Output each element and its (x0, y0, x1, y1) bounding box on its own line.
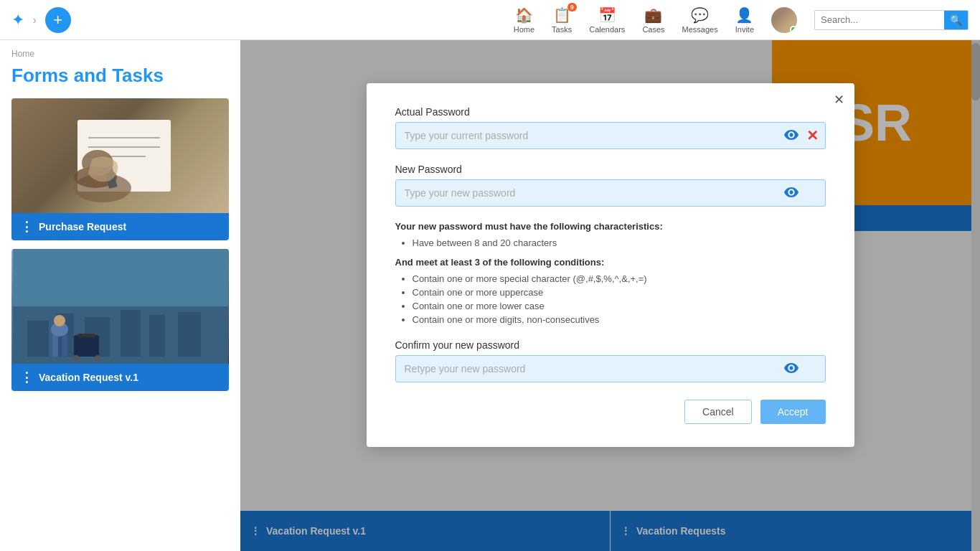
svg-rect-14 (149, 315, 165, 357)
actual-password-group: Actual Password ✕ (395, 106, 826, 149)
calendars-icon: 📅 (598, 6, 616, 24)
modal-overlay: ✕ Actual Password ✕ (240, 40, 980, 551)
page-title: Forms and Tasks (11, 65, 229, 87)
card-image-writing (11, 98, 229, 213)
password-rules: Your new password must have the followin… (395, 221, 826, 325)
nav-left: ✦ › + (11, 7, 71, 33)
actual-password-input-wrap: ✕ (395, 122, 826, 149)
rules-list: Have between 8 and 20 characters (413, 237, 826, 248)
modal-close-button[interactable]: ✕ (834, 92, 844, 108)
card-footer-vacation-v1: ⋮ Vacation Request v.1 (11, 364, 229, 391)
tasks-icon: 📋 9 (553, 6, 571, 24)
nav-right: 🏠 Home 📋 9 Tasks 📅 Calendars 💼 Cases 💬 M… (514, 6, 969, 34)
conditions-list: Contain one or more special character (@… (413, 273, 826, 325)
tasks-badge: 9 (567, 3, 577, 11)
nav-item-calendars[interactable]: 📅 Calendars (589, 6, 625, 34)
svg-rect-17 (77, 334, 95, 337)
top-navigation: ✦ › + 🏠 Home 📋 9 Tasks 📅 Calendars 💼 Cas… (0, 0, 980, 40)
card-footer-purchase: ⋮ Purchase Request (11, 213, 229, 240)
add-button[interactable]: + (45, 7, 71, 33)
search-input[interactable] (815, 11, 944, 28)
conditions-title: And meet at least 3 of the following con… (395, 257, 826, 268)
nav-item-messages[interactable]: 💬 Messages (682, 6, 718, 34)
condition-uppercase: Contain one or more uppercase (413, 287, 826, 298)
invite-icon: 👤 (735, 6, 753, 24)
left-panel: Home Forms and Tasks ⋮ Purchase (0, 40, 240, 551)
condition-lowercase: Contain one or more lower case (413, 301, 826, 311)
svg-rect-10 (27, 321, 49, 357)
rules-title: Your new password must have the followin… (395, 221, 826, 232)
search-button[interactable]: 🔍 (944, 11, 968, 29)
card-vacation-v1[interactable]: ⋮ Vacation Request v.1 (11, 249, 229, 391)
cases-icon: 💼 (644, 6, 662, 24)
new-password-input[interactable] (395, 179, 826, 207)
actual-password-input[interactable] (395, 122, 826, 149)
nav-tasks-label: Tasks (552, 25, 572, 34)
breadcrumb: Home (11, 49, 229, 59)
new-password-input-wrap (395, 179, 826, 207)
home-icon: 🏠 (515, 6, 533, 24)
online-status-dot (790, 26, 797, 33)
nav-item-tasks[interactable]: 📋 9 Tasks (552, 6, 572, 34)
user-avatar[interactable] (771, 7, 797, 33)
new-password-label: New Password (395, 164, 826, 175)
new-password-eye-icon[interactable] (784, 186, 798, 201)
search-box: 🔍 (814, 10, 969, 30)
rule-item-length: Have between 8 and 20 characters (413, 237, 826, 248)
nav-messages-label: Messages (682, 25, 718, 34)
messages-icon: 💬 (691, 6, 709, 24)
nav-home-label: Home (514, 25, 534, 34)
nav-item-cases[interactable]: 💼 Cases (642, 6, 664, 34)
card-menu-dots-v1[interactable]: ⋮ (20, 371, 33, 384)
svg-point-18 (73, 355, 79, 361)
accept-button[interactable]: Accept (760, 400, 826, 424)
modal-actions: Cancel Accept (395, 400, 826, 424)
new-password-group: New Password (395, 164, 826, 207)
confirm-password-input[interactable] (395, 355, 826, 382)
confirm-password-input-wrap (395, 355, 826, 382)
card-purchase-request[interactable]: ⋮ Purchase Request (11, 98, 229, 240)
svg-rect-15 (178, 312, 201, 357)
condition-digits: Contain one or more digits, non-consecut… (413, 314, 826, 325)
actual-password-label: Actual Password (395, 106, 826, 118)
card-image-travel (11, 249, 229, 364)
tree-icon: ✦ (11, 11, 24, 29)
nav-invite-label: Invite (735, 25, 754, 34)
confirm-password-group: Confirm your new password (395, 339, 826, 382)
nav-item-invite[interactable]: 👤 Invite (735, 6, 754, 34)
confirm-password-eye-icon[interactable] (784, 362, 798, 377)
nav-arrow: › (33, 14, 37, 26)
actual-password-clear-icon[interactable]: ✕ (806, 127, 819, 144)
nav-cases-label: Cases (642, 25, 664, 34)
main-content: Home Forms and Tasks ⋮ Purchase (0, 40, 980, 551)
card-menu-dots[interactable]: ⋮ (20, 220, 33, 233)
nav-calendars-label: Calendars (589, 25, 625, 34)
svg-point-19 (95, 355, 100, 361)
card-label-purchase: Purchase Request (39, 221, 126, 232)
nav-item-home[interactable]: 🏠 Home (514, 6, 534, 34)
svg-rect-13 (121, 310, 141, 357)
card-label-vacation-v1: Vacation Request v.1 (39, 372, 138, 383)
confirm-password-label: Confirm your new password (395, 339, 826, 351)
cancel-button[interactable]: Cancel (684, 400, 752, 424)
right-panel: SR ⋮ uest ⋮ Vacation Request v.1 ⋮ Vacat… (240, 40, 980, 551)
condition-special: Contain one or more special character (@… (413, 273, 826, 284)
actual-password-eye-icon[interactable] (784, 128, 798, 143)
change-password-modal: ✕ Actual Password ✕ (367, 83, 854, 447)
svg-rect-16 (74, 335, 99, 357)
svg-point-23 (54, 315, 65, 326)
